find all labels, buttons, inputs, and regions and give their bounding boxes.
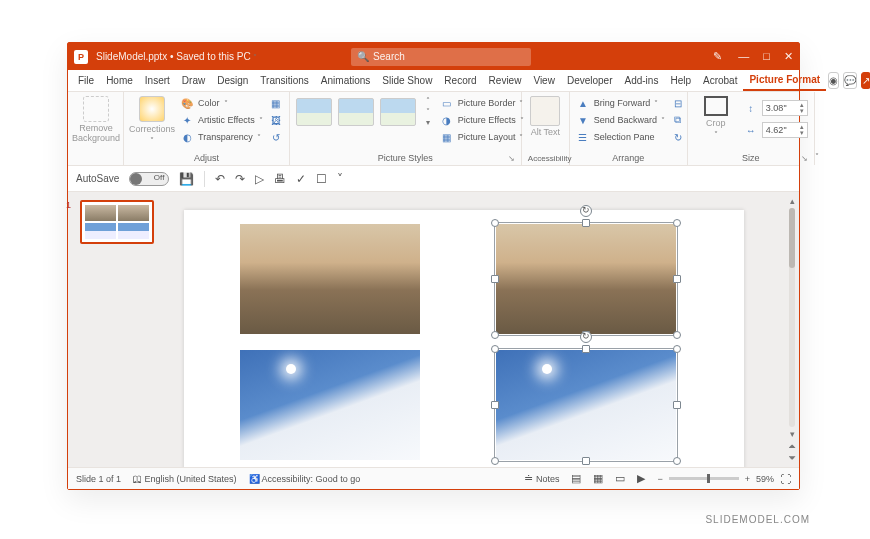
scroll-up-icon[interactable]: ▴ [790,196,795,206]
align-button[interactable]: ⊟ [671,96,685,110]
reading-view-button[interactable]: ▭ [615,472,625,485]
autosave-toggle[interactable]: Off [129,172,169,186]
tab-acrobat[interactable]: Acrobat [697,70,743,91]
group-adjust: Corrections˅ 🎨Color˅ ✦Artistic Effects˅ … [124,92,290,165]
picture-beach-left[interactable] [240,224,420,334]
qat-more-button[interactable]: ˅ [337,172,343,186]
picture-effects-button[interactable]: ◑Picture Effects˅ [440,113,524,127]
compress-pictures-button[interactable]: ▦ [269,96,283,110]
tab-insert[interactable]: Insert [139,70,176,91]
normal-view-button[interactable]: ▤ [571,472,581,485]
selection-box-top[interactable] [494,222,678,336]
slide-thumbnail-1[interactable] [80,200,154,244]
fit-to-window-button[interactable]: ⛶ [780,473,791,485]
reset-picture-button[interactable]: ↺ [269,130,283,144]
scroll-thumb[interactable] [789,208,795,268]
rotate-handle-icon[interactable] [580,331,592,343]
touch-mode-button[interactable]: ☐ [316,172,327,186]
zoom-out-button[interactable]: − [657,474,662,484]
title-bar: P SlideModel.pptx • Saved to this PC ˅ 🔍… [68,43,799,70]
minimize-button[interactable]: — [738,50,749,64]
height-input[interactable]: ↕3.08"▴▾ [744,100,808,116]
comments-button[interactable]: 💬 [843,72,857,89]
slide-sorter-button[interactable]: ▦ [593,472,603,485]
tab-draw[interactable]: Draw [176,70,211,91]
prev-slide-icon[interactable]: ⏶ [788,441,797,451]
zoom-in-button[interactable]: + [745,474,750,484]
document-title[interactable]: SlideModel.pptx • Saved to this PC ˅ [96,51,257,62]
corrections-button[interactable]: Corrections˅ [130,96,174,145]
picture-styles-gallery[interactable]: ˄˅▾ [296,96,434,127]
transparency-button[interactable]: ◐Transparency˅ [180,130,263,144]
ribbon-display-icon[interactable]: ✎ [710,50,724,64]
close-button[interactable]: ✕ [784,50,793,64]
next-slide-icon[interactable]: ⏷ [788,453,797,463]
rotate-button[interactable]: ↻ [671,130,685,144]
redo-button[interactable]: ↷ [235,172,245,186]
language-indicator[interactable]: 🕮 English (United States) [133,474,237,484]
notes-button[interactable]: ≐ Notes [524,472,560,485]
zoom-percent[interactable]: 59% [756,474,774,484]
style-preset-2[interactable] [338,98,374,126]
slide-counter[interactable]: Slide 1 of 1 [76,474,121,484]
change-picture-icon: 🖼 [269,113,283,127]
group-objects-button[interactable]: ⧉ [671,113,685,127]
tab-transitions[interactable]: Transitions [254,70,315,91]
group-accessibility: Alt Text Accessibility [522,92,570,165]
powerpoint-logo-icon: P [74,50,88,64]
camera-button[interactable]: ◉ [828,72,839,89]
picture-layout-button[interactable]: ▦Picture Layout˅ [440,130,524,144]
tab-help[interactable]: Help [664,70,697,91]
crop-button[interactable]: Crop˅ [694,96,738,139]
tab-file[interactable]: File [72,70,100,91]
selection-pane-button[interactable]: ☰Selection Pane [576,130,665,144]
styles-more-button[interactable]: ˄˅▾ [422,96,434,127]
spell-check-button[interactable]: ✓ [296,172,306,186]
scroll-down-icon[interactable]: ▾ [790,429,795,439]
picture-border-button[interactable]: ▭Picture Border˅ [440,96,524,110]
style-preset-3[interactable] [380,98,416,126]
tab-review[interactable]: Review [483,70,528,91]
vertical-scrollbar[interactable]: ▴ ▾ ⏶ ⏷ [785,192,799,467]
artistic-effects-button[interactable]: ✦Artistic Effects˅ [180,113,263,127]
size-launcher-icon[interactable]: ↘ [801,154,808,163]
change-picture-button[interactable]: 🖼 [269,113,283,127]
selection-box-bottom[interactable] [494,348,678,462]
tab-design[interactable]: Design [211,70,254,91]
color-button[interactable]: 🎨Color˅ [180,96,263,110]
rotate-handle-icon[interactable] [580,205,592,217]
tab-picture-format[interactable]: Picture Format [743,70,826,91]
bring-forward-button[interactable]: ▲Bring Forward˅ [576,96,665,110]
zoom-slider[interactable] [669,477,739,480]
tab-home[interactable]: Home [100,70,139,91]
save-button[interactable]: 💾 [179,172,194,186]
slide-canvas-area[interactable] [158,192,785,467]
accessibility-status[interactable]: ♿ Accessibility: Good to go [249,474,361,484]
maximize-button[interactable]: □ [763,50,770,64]
alt-text-button[interactable]: Alt Text [528,96,563,138]
tab-animations[interactable]: Animations [315,70,376,91]
share-button[interactable]: ↗ [861,72,870,89]
collapse-ribbon-button[interactable]: ˅ [815,152,819,161]
remove-background-button[interactable]: Remove Background [74,96,118,144]
width-input[interactable]: ↔4.62"▴▾ [744,122,808,138]
search-box[interactable]: 🔍 Search [351,48,531,66]
style-preset-1[interactable] [296,98,332,126]
watermark: SLIDEMODEL.COM [705,514,810,525]
slideshow-view-button[interactable]: ▶ [637,472,645,485]
tab-record[interactable]: Record [438,70,482,91]
picture-snow-left[interactable] [240,350,420,460]
send-backward-button[interactable]: ▼Send Backward˅ [576,113,665,127]
slide-thumbnails-pane[interactable]: 1 [68,192,158,467]
tab-developer[interactable]: Developer [561,70,619,91]
tab-slide-show[interactable]: Slide Show [376,70,438,91]
layout-icon: ▦ [440,130,454,144]
reset-icon: ↺ [269,130,283,144]
zoom-control[interactable]: − + 59% ⛶ [657,473,791,485]
start-from-beginning-button[interactable]: ▷ [255,172,264,186]
tab-add-ins[interactable]: Add-ins [619,70,665,91]
tab-view[interactable]: View [527,70,561,91]
undo-button[interactable]: ↶ [215,172,225,186]
styles-launcher-icon[interactable]: ↘ [508,154,515,163]
quick-print-button[interactable]: 🖶 [274,172,286,186]
